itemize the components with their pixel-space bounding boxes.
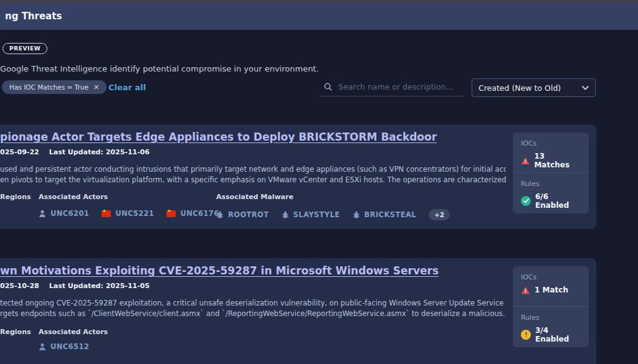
ioc-matches-value: 13 Matches bbox=[534, 152, 581, 169]
ioc-rules-panel: IOCs 13 Matches Rules 6/6 Enabled bbox=[513, 133, 589, 213]
associated-actors-label: Associated Actors bbox=[39, 193, 216, 201]
actor-name: UNC6512 bbox=[50, 342, 89, 351]
actor-name: UNC5221 bbox=[115, 209, 154, 218]
actor-chip[interactable]: UNC6512 bbox=[39, 342, 89, 351]
ioc-matches-value: 1 Match bbox=[535, 286, 568, 294]
rules-label: Rules bbox=[521, 314, 581, 322]
exclamation-circle-icon bbox=[521, 330, 531, 340]
rules-section: Rules 3/4 Enabled bbox=[513, 306, 589, 347]
column-labels: Regions Associated Actors bbox=[0, 328, 216, 336]
search-input[interactable] bbox=[338, 82, 457, 91]
actor-chip[interactable]: UNC6201 bbox=[39, 209, 89, 218]
check-circle-icon bbox=[521, 196, 531, 206]
search-field[interactable] bbox=[319, 80, 464, 96]
flag-china-icon bbox=[102, 210, 111, 217]
malware-row: ROOTROT SLAYSTYLE BRICKSTEAL bbox=[216, 209, 450, 220]
actor-chip[interactable]: UNC6176 bbox=[166, 209, 219, 218]
actor-name: UNC6201 bbox=[50, 209, 89, 218]
page-header: ng Threats bbox=[0, 2, 638, 30]
threat-title-link[interactable]: wn Motivations Exploiting CVE-2025-59287… bbox=[0, 264, 439, 277]
warning-triangle-icon bbox=[521, 286, 530, 294]
rules-label: Rules bbox=[521, 180, 581, 188]
actor-chip[interactable]: UNC5221 bbox=[102, 209, 154, 218]
page-description: Google Threat Intelligence identify pote… bbox=[0, 64, 319, 73]
flag-china-icon bbox=[166, 210, 176, 217]
filter-chip-has-ioc-matches[interactable]: Has IOC Matches = True ✕ bbox=[2, 80, 107, 94]
rules-enabled-value: 6/6 Enabled bbox=[535, 192, 581, 210]
threat-dates: 025-10-28 Last Updated: 2025-11-05 bbox=[0, 282, 150, 290]
column-labels: Regions Associated Actors Associated Mal… bbox=[0, 193, 293, 201]
malware-name: SLAYSTYLE bbox=[293, 210, 340, 219]
threat-description: tected ongoing CVE-2025-59287 exploitati… bbox=[0, 298, 506, 319]
malware-chip[interactable]: BRICKSTEAL bbox=[353, 210, 416, 219]
regions-label: Regions bbox=[0, 328, 39, 336]
chevron-down-icon bbox=[582, 86, 589, 90]
page-title: ng Threats bbox=[5, 11, 62, 22]
iocs-label: IOCs bbox=[521, 273, 581, 281]
close-icon[interactable]: ✕ bbox=[93, 83, 99, 91]
threat-title-link[interactable]: pionage Actor Targets Edge Appliances to… bbox=[0, 131, 437, 143]
clear-all-button[interactable]: Clear all bbox=[108, 83, 146, 92]
malware-name: BRICKSTEAL bbox=[364, 210, 416, 219]
threat-actor-icon bbox=[39, 343, 46, 351]
regions-label: Regions bbox=[0, 193, 39, 201]
sort-dropdown[interactable]: Created (New to Old) bbox=[472, 78, 596, 97]
rules-enabled-value: 3/4 Enabled bbox=[535, 326, 581, 343]
rules-section: Rules 6/6 Enabled bbox=[513, 172, 589, 213]
actors-row: UNC6201 UNC5221 UNC6176 bbox=[39, 209, 219, 218]
malware-chip[interactable]: SLAYSTYLE bbox=[282, 210, 340, 219]
malware-bug-icon bbox=[353, 211, 360, 219]
threat-card: wn Motivations Exploiting CVE-2025-59287… bbox=[0, 258, 596, 364]
sort-dropdown-value: Created (New to Old) bbox=[478, 83, 561, 93]
threat-description: used and persistent actor conducting int… bbox=[0, 164, 506, 185]
associated-actors-label: Associated Actors bbox=[39, 328, 216, 336]
filter-chip-label: Has IOC Matches = True bbox=[9, 83, 88, 91]
threat-dates: 025-09-22 Last Updated: 2025-11-06 bbox=[0, 148, 150, 156]
malware-overflow-badge[interactable]: +2 bbox=[429, 209, 450, 220]
actor-name: UNC6176 bbox=[180, 209, 219, 218]
threat-card: pionage Actor Targets Edge Appliances to… bbox=[0, 124, 596, 229]
malware-chip[interactable]: ROOTROT bbox=[216, 210, 269, 219]
created-date: 025-09-22 bbox=[0, 148, 39, 156]
associated-malware-label: Associated Malware bbox=[216, 193, 293, 201]
actors-row: UNC6512 bbox=[39, 342, 89, 351]
malware-name: ROOTROT bbox=[228, 210, 269, 219]
search-icon bbox=[324, 83, 332, 91]
iocs-section: IOCs 1 Match bbox=[513, 266, 589, 306]
warning-triangle-icon bbox=[521, 157, 530, 165]
malware-bug-icon bbox=[216, 211, 224, 219]
iocs-section: IOCs 13 Matches bbox=[513, 133, 589, 172]
malware-bug-icon bbox=[282, 211, 289, 219]
created-date: 025-10-28 bbox=[0, 282, 39, 290]
last-updated-date: Last Updated: 2025-11-06 bbox=[49, 148, 150, 156]
preview-badge: PREVIEW bbox=[2, 43, 47, 54]
ioc-rules-panel: IOCs 1 Match Rules 3/4 Enabled bbox=[513, 266, 589, 347]
iocs-label: IOCs bbox=[521, 139, 581, 147]
last-updated-date: Last Updated: 2025-11-05 bbox=[49, 282, 150, 290]
threat-actor-icon bbox=[39, 210, 46, 218]
